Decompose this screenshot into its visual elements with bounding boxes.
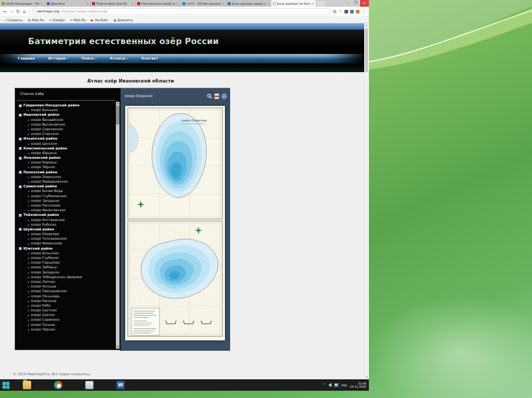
lake-item[interactable]: •озеро Коровье <box>19 160 115 165</box>
browser-tab[interactable]: База данных озера ро× <box>226 0 271 7</box>
lake-item[interactable]: •озеро Сорокино <box>19 318 115 322</box>
tab-close-icon[interactable]: × <box>267 2 269 5</box>
menu-icon[interactable]: ⋮ <box>362 9 366 13</box>
lake-item[interactable]: •озеро Левинское <box>19 175 115 180</box>
new-tab-button[interactable] <box>316 1 325 6</box>
lake-list-scrollbar[interactable]: ▲ ▼ <box>116 102 119 349</box>
word-icon[interactable]: W <box>116 381 125 389</box>
collapse-icon[interactable]: − <box>19 157 22 160</box>
volume-icon[interactable] <box>328 383 331 387</box>
address-bar[interactable]: ⓘ lakemaps.org /ru/atlas-russia-ivanovo.… <box>28 8 330 15</box>
lake-item[interactable]: •озеро Филатовское <box>19 208 115 213</box>
nav-item-history[interactable]: История▾ <box>48 57 68 61</box>
globe-icon[interactable] <box>221 93 227 99</box>
browser-tab[interactable]: (414) Входящие - Поч× <box>0 0 45 7</box>
tab-close-icon[interactable]: × <box>41 2 43 5</box>
lake-item[interactable]: •озеро Западное <box>19 270 115 275</box>
tab-close-icon[interactable]: × <box>221 2 224 5</box>
nav-item-atlases[interactable]: Атласы▾ <box>110 57 128 61</box>
collapse-icon[interactable]: − <box>19 185 22 188</box>
collapse-icon[interactable]: − <box>19 147 22 150</box>
lake-item[interactable]: •озеро Озерково <box>19 232 115 237</box>
lake-item[interactable]: •озеро Юрцино <box>19 151 115 156</box>
maximize-button[interactable]: ❐ <box>351 0 360 7</box>
lake-item[interactable]: •озеро Валдайское <box>19 118 115 122</box>
tab-close-icon[interactable]: × <box>176 2 179 5</box>
scroll-up-icon[interactable]: ▲ <box>116 102 119 105</box>
collapse-icon[interactable]: − <box>19 228 22 231</box>
minimize-button[interactable]: – <box>342 0 351 7</box>
tab-close-icon[interactable]: × <box>86 2 88 5</box>
bookmark-item[interactable]: ▶YouTube <box>91 18 108 22</box>
lake-item[interactable]: •озеро Святое <box>19 313 115 318</box>
district-row[interactable]: −Ивановский район <box>19 113 115 117</box>
district-row[interactable]: −Южский район <box>19 246 115 251</box>
bookmark-item[interactable]: @Mail.Ru <box>28 18 44 22</box>
lake-item[interactable]: •озеро Тепляковское <box>19 237 115 241</box>
lake-item[interactable]: •озеро Светлое <box>19 308 115 313</box>
lake-item[interactable]: •озеро Коттиевское <box>19 218 115 223</box>
lake-item[interactable]: •озеро Лебединских Дворики <box>19 275 115 280</box>
forward-icon[interactable]: → <box>10 9 14 14</box>
notification-icon[interactable] <box>334 383 339 387</box>
lake-item[interactable]: •озеро Белая Вода <box>19 189 115 194</box>
bookmark-star-icon[interactable]: ☆ <box>339 9 342 13</box>
close-button[interactable]: × <box>360 0 369 7</box>
collapse-icon[interactable]: − <box>19 104 22 107</box>
district-row[interactable]: −Савинский район <box>19 184 115 189</box>
folder-icon[interactable] <box>23 381 31 389</box>
lake-item[interactable]: •озеро Рябо <box>19 304 115 308</box>
lake-item[interactable]: •озеро Заборье <box>19 265 115 270</box>
lake-item[interactable]: •озеро Большое <box>19 108 115 113</box>
nav-item-contact[interactable]: Контакт <box>141 57 158 61</box>
start-button[interactable] <box>2 381 10 389</box>
browser-tab[interactable]: База данных по Батим× <box>271 0 316 7</box>
lake-item[interactable]: •озеро Литкин <box>19 280 115 284</box>
bookmark-item[interactable]: GGoogle <box>49 18 65 22</box>
page-scrollbar[interactable]: ▲ ▼ <box>364 23 368 379</box>
collapse-icon[interactable]: − <box>19 114 22 117</box>
lake-item[interactable]: •озеро Рассохи <box>19 299 115 304</box>
lake-item[interactable]: •озеро Рассолово <box>19 203 115 208</box>
lake-item[interactable]: •озеро Тоньки <box>19 323 115 327</box>
district-row[interactable]: −Комсомольский район <box>19 146 115 151</box>
extension-icon[interactable] <box>344 10 348 13</box>
nav-item-search[interactable]: Поиск▾ <box>82 57 97 61</box>
tab-close-icon[interactable]: × <box>131 2 134 5</box>
scroll-down-icon[interactable]: ▼ <box>365 375 369 379</box>
tray-chevron-icon[interactable]: ^ <box>323 383 326 387</box>
lake-item[interactable]: •озеро Нельша <box>19 284 115 289</box>
lake-item[interactable]: •озеро Павлуковское <box>19 289 115 294</box>
lake-item[interactable]: •озеро Ценское <box>19 142 115 146</box>
lake-item[interactable]: •озеро Серковское <box>19 127 115 132</box>
bookmark-item[interactable]: ▣Диалоги <box>113 18 132 22</box>
collapse-icon[interactable]: − <box>19 247 22 250</box>
file-explorer-icon[interactable] <box>85 381 94 389</box>
lake-item[interactable]: •озеро Чёрное <box>19 165 115 170</box>
chrome-icon[interactable] <box>54 381 62 389</box>
back-icon[interactable]: ← <box>3 9 7 14</box>
district-row[interactable]: −Ильинский район <box>19 136 115 141</box>
zoom-icon[interactable] <box>333 10 337 13</box>
tab-close-icon[interactable]: × <box>312 2 314 5</box>
bookmark-item[interactable]: ≡Сервисы <box>4 18 22 22</box>
lake-item[interactable]: •озеро Чёрное <box>19 327 115 332</box>
lake-item[interactable]: •озеро Рубское <box>19 223 115 227</box>
lake-item[interactable]: •озеро Западное <box>19 199 115 203</box>
scrollbar-thumb[interactable] <box>116 106 119 125</box>
district-row[interactable]: −Палехский район <box>19 170 115 175</box>
language-indicator[interactable]: РУС <box>341 383 347 387</box>
lake-item[interactable]: •озеро Глубокое <box>19 256 115 260</box>
clock[interactable]: 21:09 24.11.2016 <box>350 382 368 389</box>
lake-item[interactable]: •озеро Глубоковское <box>19 194 115 199</box>
extension-icon[interactable] <box>356 10 360 13</box>
lake-item[interactable]: •озеро Поныхарь <box>19 294 115 299</box>
lake-item[interactable]: •озеро Фоминково <box>19 241 115 246</box>
bathymetry-map-document[interactable]: озеро Озерское <box>125 106 225 340</box>
scroll-up-icon[interactable]: ▲ <box>365 23 369 28</box>
home-icon[interactable]: ⌂ <box>23 9 26 14</box>
district-row[interactable]: −Лежневский район <box>19 156 115 160</box>
district-row[interactable]: −Тейковский район <box>19 213 115 217</box>
district-row[interactable]: −Гаврилово-Посадский район <box>19 103 115 108</box>
extension-icon[interactable] <box>350 10 354 13</box>
